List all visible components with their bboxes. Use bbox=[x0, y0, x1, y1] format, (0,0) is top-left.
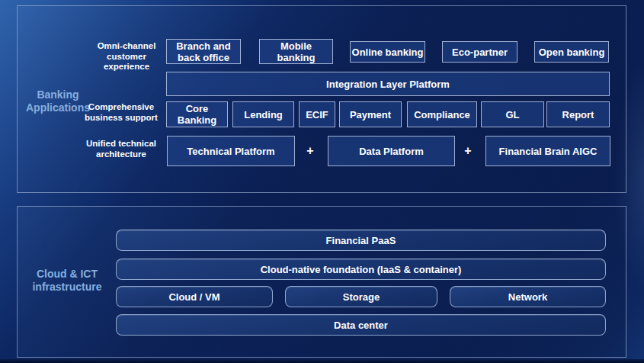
box-cloud-vm: Cloud / VM bbox=[116, 286, 273, 307]
box-online-banking: Online banking bbox=[350, 41, 425, 63]
box-lending: Lending bbox=[232, 101, 294, 127]
box-branch-and-back-office: Branch and back office bbox=[166, 39, 241, 64]
box-storage: Storage bbox=[285, 286, 437, 307]
technical-architecture-row-label: Unified technical architecture bbox=[81, 139, 162, 159]
box-open-banking: Open banking bbox=[534, 41, 609, 63]
box-payment: Payment bbox=[339, 101, 402, 127]
architecture-diagram: Banking Applications Cloud & ICT infrast… bbox=[0, 0, 644, 363]
box-ecif: ECIF bbox=[299, 101, 335, 127]
box-data-platform: Data Platform bbox=[328, 136, 455, 166]
box-data-center: Data center bbox=[116, 314, 606, 336]
cloud-ict-label: Cloud & ICT infrastructure bbox=[26, 268, 108, 294]
bottom-edge-strip bbox=[0, 359, 644, 363]
plus-sign-1: + bbox=[302, 136, 319, 166]
box-core-banking: Core Banking bbox=[166, 101, 228, 127]
plus-sign-2: + bbox=[460, 136, 476, 166]
box-financial-paas: Financial PaaS bbox=[116, 230, 606, 251]
omni-channel-row-label: Omni-channel customer experience bbox=[90, 41, 163, 72]
business-support-row-label: Comprehensive business support bbox=[81, 102, 162, 123]
box-report: Report bbox=[546, 101, 610, 127]
box-compliance: Compliance bbox=[407, 101, 477, 127]
box-gl: GL bbox=[481, 101, 544, 127]
box-integration-layer-platform: Integration Layer Platform bbox=[166, 72, 610, 96]
box-financial-brain-aigc: Financial Brain AIGC bbox=[485, 136, 610, 166]
box-eco-partner: Eco-partner bbox=[442, 41, 517, 63]
box-cloud-native-foundation: Cloud-native foundation (IaaS & containe… bbox=[116, 259, 606, 280]
box-technical-platform: Technical Platform bbox=[167, 136, 295, 166]
box-mobile-banking: Mobile banking bbox=[259, 39, 333, 64]
box-network: Network bbox=[450, 286, 606, 307]
